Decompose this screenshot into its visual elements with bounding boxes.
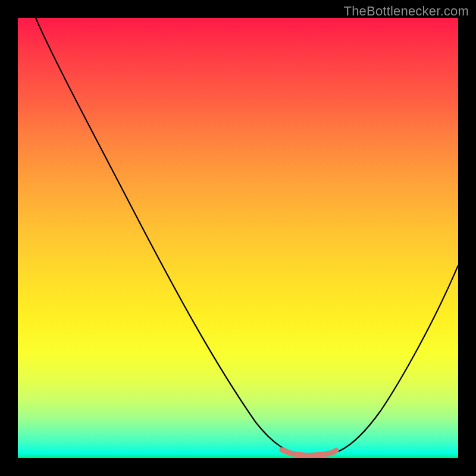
optimal-range-marker (282, 450, 336, 455)
curve-svg (18, 18, 458, 458)
bottleneck-curve (36, 18, 458, 456)
plot-area (18, 18, 458, 458)
chart-container: TheBottlenecker.com (0, 0, 476, 476)
watermark-text: TheBottlenecker.com (344, 4, 469, 19)
